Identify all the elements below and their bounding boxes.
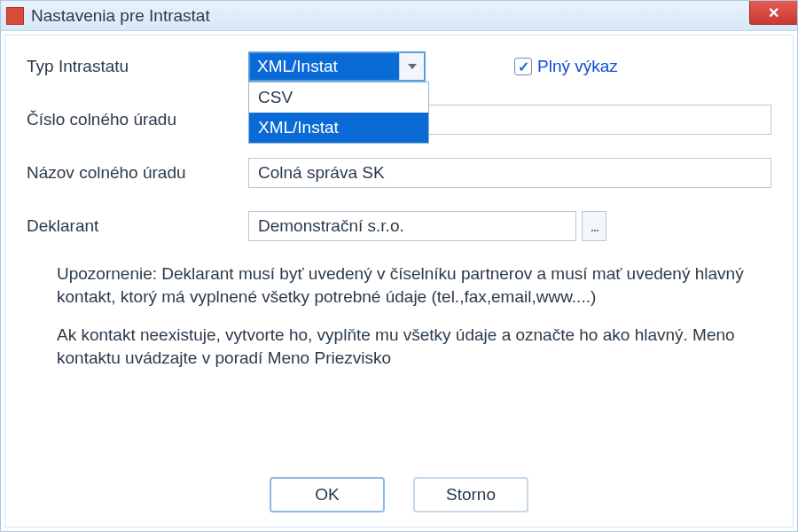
cancel-button[interactable]: Storno — [413, 477, 528, 512]
full-report-wrap: ✓ Plný výkaz — [514, 57, 618, 76]
row-office-name: Názov colného úradu Colná správa SK — [27, 158, 771, 188]
dialog-window: Nastavenia pre Intrastat ✕ Typ Intrastat… — [0, 0, 798, 532]
declarant-input[interactable]: Demonstrační s.r.o. — [248, 211, 576, 241]
notice-paragraph-1: Upozornenie: Deklarant musí byť uvedený … — [27, 262, 771, 308]
notice-paragraph-2: Ak kontakt neexistuje, vytvorte ho, vypl… — [27, 324, 771, 369]
form-area: Typ Intrastatu XML/Instat CSV XML/Instat… — [27, 51, 771, 262]
type-combobox-value: XML/Instat — [250, 57, 399, 76]
row-type: Typ Intrastatu XML/Instat CSV XML/Instat… — [27, 51, 771, 82]
row-declarant: Deklarant Demonstrační s.r.o. ... — [27, 211, 771, 241]
ellipsis-icon: ... — [590, 217, 598, 236]
dialog-footer: OK Storno — [27, 468, 771, 518]
declarant-picker-button[interactable]: ... — [582, 211, 606, 241]
full-report-checkbox[interactable]: ✓ — [514, 58, 532, 75]
window-title: Nastavenia pre Intrastat — [31, 6, 210, 26]
type-dropdown: CSV XML/Instat — [248, 82, 429, 144]
close-icon: ✕ — [768, 4, 779, 21]
label-declarant: Deklarant — [27, 216, 248, 236]
office-name-value: Colná správa SK — [258, 163, 385, 183]
type-option-csv[interactable]: CSV — [249, 82, 428, 113]
type-combobox-button[interactable] — [399, 53, 424, 80]
office-name-input[interactable]: Colná správa SK — [248, 158, 771, 188]
titlebar: Nastavenia pre Intrastat ✕ — [1, 1, 797, 31]
type-option-xml[interactable]: XML/Instat — [249, 113, 428, 143]
declarant-value: Demonstrační s.r.o. — [258, 216, 404, 236]
dialog-body: Typ Intrastatu XML/Instat CSV XML/Instat… — [4, 35, 794, 528]
app-icon — [6, 7, 24, 25]
label-type: Typ Intrastatu — [27, 57, 248, 76]
close-button[interactable]: ✕ — [749, 1, 797, 25]
ok-button-label: OK — [315, 485, 339, 505]
label-office-name: Názov colného úradu — [27, 163, 248, 183]
label-office-no: Číslo colného úradu — [27, 110, 248, 129]
cancel-button-label: Storno — [446, 485, 496, 505]
full-report-label: Plný výkaz — [537, 57, 618, 76]
check-icon: ✓ — [518, 59, 529, 75]
type-combobox[interactable]: XML/Instat CSV XML/Instat — [248, 51, 426, 82]
ok-button[interactable]: OK — [270, 477, 385, 512]
chevron-down-icon — [408, 64, 417, 69]
